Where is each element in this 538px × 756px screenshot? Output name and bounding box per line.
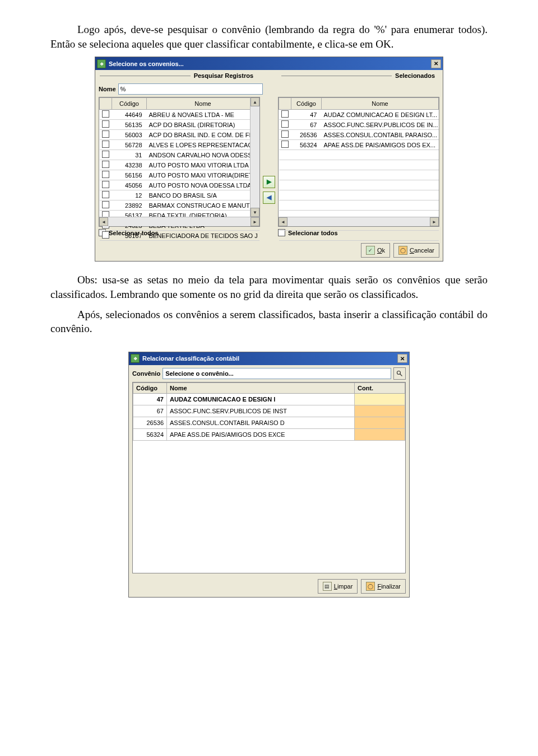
scroll-up-icon[interactable]: ▲: [251, 97, 259, 106]
cell-codigo: 56167: [112, 231, 147, 241]
row-checkbox[interactable]: [102, 181, 109, 188]
cell-codigo: 45056: [112, 180, 147, 190]
cell-codigo: 23892: [112, 200, 147, 211]
table-row[interactable]: 31ANDSON CARVALHO NOVA ODESS: [100, 150, 259, 160]
table-row[interactable]: 56728ALVES E LOPES REPRESENTACAO C: [100, 140, 259, 150]
table-row: [279, 160, 439, 170]
scroll-left-icon[interactable]: ◄: [279, 217, 287, 226]
horizontal-scrollbar[interactable]: ◄ ►: [99, 217, 259, 226]
table-row[interactable]: 26536ASSES.CONSUL.CONTABIL PARAISO...: [279, 130, 439, 140]
table-row[interactable]: 23892BARMAX CONSTRUCAO E MANUTEN: [100, 200, 259, 211]
cell-codigo: 47: [291, 110, 322, 120]
cell-codigo: 31: [112, 150, 147, 160]
app-icon: ⎆: [97, 59, 106, 68]
col-codigo[interactable]: Código: [133, 382, 167, 393]
cell-nome: BARMAX CONSTRUCAO E MANUTEN: [147, 200, 259, 211]
table-row: [279, 231, 439, 241]
table-row: [279, 200, 439, 211]
row-checkbox[interactable]: [102, 171, 109, 178]
row-checkbox[interactable]: [102, 201, 109, 208]
cancel-button[interactable]: ◯ Cancelar: [393, 243, 439, 258]
row-checkbox[interactable]: [102, 191, 109, 198]
cell-nome: APAE ASS.DE PAIS/AMIGOS DOS EXCE: [167, 428, 355, 440]
col-nome[interactable]: Nome: [147, 98, 259, 110]
table-row[interactable]: 47AUDAZ COMUNICACAO E DESIGN LT...: [279, 110, 439, 120]
col-codigo[interactable]: Código: [291, 98, 322, 110]
convenio-label: Convênio: [132, 370, 160, 377]
stop-icon: ◯: [398, 246, 407, 255]
cell-nome: AUTO POSTO MAXI VITORIA LTDA: [147, 160, 259, 170]
search-button[interactable]: [393, 367, 406, 380]
scroll-left-icon[interactable]: ◄: [99, 217, 108, 226]
titlebar: ⎆ Relacionar classificação contábil ✕: [129, 352, 409, 365]
cell-codigo: 56003: [112, 130, 147, 140]
cell-nome: ALVES E LOPES REPRESENTACAO C: [147, 140, 259, 150]
table-row[interactable]: 43238AUTO POSTO MAXI VITORIA LTDA: [100, 160, 259, 170]
table-row[interactable]: 56156AUTO POSTO MAXI VITORIA(DIRETO: [100, 170, 259, 180]
horizontal-scrollbar[interactable]: ◄ ►: [279, 217, 439, 226]
cell-nome: ASSOC.FUNC.SERV.PUBLICOS DE IN...: [322, 120, 439, 130]
cell-nome: BANCO DO BRASIL S/A: [147, 190, 259, 200]
row-checkbox[interactable]: [281, 130, 289, 138]
cell-cont[interactable]: [355, 405, 405, 417]
cell-cont[interactable]: [355, 393, 405, 405]
limpar-button[interactable]: ▤ Limpar: [318, 579, 358, 594]
row-checkbox[interactable]: [102, 120, 109, 128]
cell-codigo: 47: [133, 393, 167, 405]
search-icon: [396, 370, 403, 377]
table-row[interactable]: 67ASSOC.FUNC.SERV.PUBLICOS DE IN...: [279, 120, 439, 130]
convenio-select[interactable]: Selecione o convênio...: [163, 368, 391, 379]
table-row[interactable]: 56324APAE ASS.DE PAIS/AMIGOS DOS EXCE: [133, 428, 405, 440]
close-icon[interactable]: ✕: [431, 59, 441, 68]
ok-button[interactable]: ✓ Ok: [361, 243, 390, 258]
row-checkbox[interactable]: [281, 141, 289, 148]
table-row: [279, 150, 439, 160]
scroll-down-icon[interactable]: ▼: [251, 208, 259, 217]
check-icon: ✓: [366, 246, 375, 255]
row-checkbox[interactable]: [281, 120, 289, 128]
vertical-scrollbar[interactable]: ▲ ▼: [250, 97, 259, 217]
grid-classificacao[interactable]: Código Nome Cont. 47AUDAZ COMUNICACAO E …: [133, 382, 405, 441]
row-checkbox[interactable]: [102, 151, 109, 158]
table-row[interactable]: 12BANCO DO BRASIL S/A: [100, 190, 259, 200]
col-nome[interactable]: Nome: [167, 382, 355, 393]
svg-line-1: [400, 374, 402, 376]
table-row[interactable]: 47AUDAZ COMUNICACAO E DESIGN I: [133, 393, 405, 405]
row-checkbox[interactable]: [102, 161, 109, 168]
cell-cont[interactable]: [355, 428, 405, 440]
table-row[interactable]: 56324APAE ASS.DE PAIS/AMIGOS DOS EX...: [279, 140, 439, 150]
table-row[interactable]: 56003ACP DO BRASIL IND. E COM. DE FITA: [100, 130, 259, 140]
cell-cont[interactable]: [355, 417, 405, 428]
scroll-right-icon[interactable]: ►: [430, 217, 439, 226]
ok-label-rest: k: [382, 247, 385, 254]
paragraph-1: Logo após, deve-se pesquisar o convênio …: [50, 22, 488, 51]
table-row[interactable]: 45056AUTO POSTO NOVA ODESSA LTDA: [100, 180, 259, 190]
app-icon: ⎆: [131, 354, 140, 363]
cell-nome: AUTO POSTO MAXI VITORIA(DIRETO: [147, 170, 259, 180]
table-row[interactable]: 67ASSOC.FUNC.SERV.PUBLICOS DE INST: [133, 405, 405, 417]
col-cont[interactable]: Cont.: [355, 382, 405, 393]
row-checkbox[interactable]: [102, 231, 109, 239]
paragraph-3: Após, selecionados os convênios a serem …: [50, 307, 488, 336]
row-checkbox[interactable]: [102, 141, 109, 148]
table-row[interactable]: 44649ABREU & NOVAES LTDA - ME: [100, 110, 259, 120]
nome-input[interactable]: [118, 83, 263, 95]
scroll-right-icon[interactable]: ►: [251, 217, 259, 226]
move-right-button[interactable]: ▶: [263, 176, 275, 188]
col-codigo[interactable]: Código: [112, 98, 147, 110]
cancel-label-rest: ancelar: [414, 247, 434, 254]
table-row[interactable]: 56135ACP DO BRASIL (DIRETORIA): [100, 120, 259, 130]
table-row[interactable]: 56167BENEFICIADORA DE TECIDOS SAO J: [100, 231, 259, 241]
row-checkbox[interactable]: [102, 130, 109, 138]
table-row[interactable]: 26536ASSES.CONSUL.CONTABIL PARAISO D: [133, 417, 405, 428]
close-icon[interactable]: ✕: [397, 354, 407, 363]
finalizar-button[interactable]: ◯ Finalizar: [361, 579, 406, 594]
cell-codigo: 56135: [112, 120, 147, 130]
move-left-button[interactable]: ◀: [263, 192, 275, 204]
col-nome[interactable]: Nome: [322, 98, 439, 110]
cell-codigo: 56324: [133, 428, 167, 440]
row-checkbox[interactable]: [102, 110, 109, 118]
cell-nome: APAE ASS.DE PAIS/AMIGOS DOS EX...: [322, 140, 439, 150]
section-selecionados: Selecionados: [281, 72, 438, 79]
row-checkbox[interactable]: [281, 110, 289, 118]
